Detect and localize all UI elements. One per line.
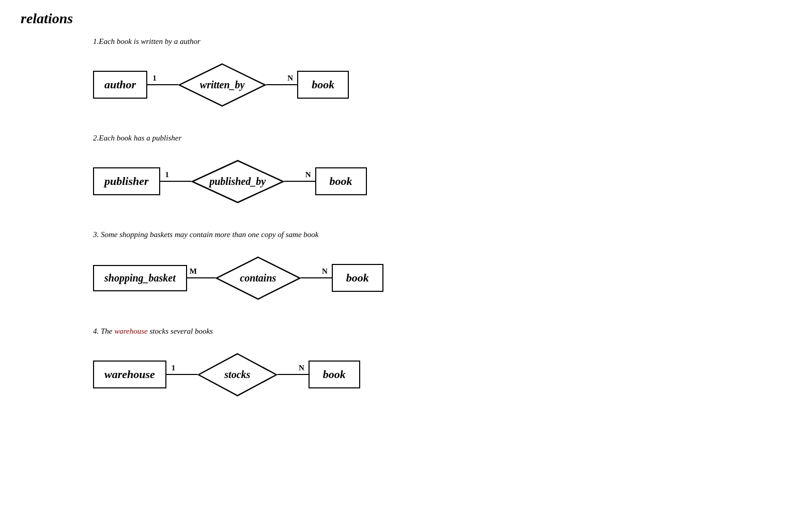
cardinality-left-4: 1 xyxy=(172,364,176,372)
er-diagram-4: warehouse 1 stocks N book xyxy=(93,346,780,403)
line-left-4: 1 xyxy=(166,374,197,375)
entity-book-4: book xyxy=(309,361,360,388)
relationship-label-3: contains xyxy=(240,272,276,284)
diamond-published-by: published_by xyxy=(191,160,284,204)
cardinality-left-2: 1 xyxy=(165,170,170,179)
line-right-4: N xyxy=(278,374,309,375)
relation-description-1: 1.Each book is written by a author xyxy=(93,37,780,46)
relation-description-2: 2.Each book has a publisher xyxy=(93,134,780,143)
cardinality-right-1: N xyxy=(287,74,293,83)
highlight-warehouse: warehouse xyxy=(114,327,147,335)
entity-shopping-basket: shopping_basket xyxy=(93,265,187,291)
relation-section-2: 2.Each book has a publisher publisher 1 … xyxy=(21,134,780,210)
entity-book-3: book xyxy=(332,264,383,292)
line-right-1: N xyxy=(266,84,297,86)
er-diagram-3: shopping_basket M contains N book xyxy=(93,249,780,306)
cardinality-right-3: N xyxy=(322,267,328,276)
er-diagram-1: author 1 written_by N book xyxy=(93,56,780,113)
cardinality-right-2: N xyxy=(305,170,311,179)
relationship-label-2: published_by xyxy=(209,176,266,187)
relation-section-1: 1.Each book is written by a author autho… xyxy=(21,37,780,113)
line-left-1: 1 xyxy=(147,84,178,86)
line-left-2: 1 xyxy=(160,181,191,182)
entity-publisher: publisher xyxy=(93,167,160,195)
entity-author: author xyxy=(93,71,147,99)
relation-section-3: 3. Some shopping baskets may contain mor… xyxy=(21,230,780,306)
entity-book-2: book xyxy=(315,167,367,195)
diamond-written-by: written_by xyxy=(178,63,266,107)
cardinality-right-4: N xyxy=(299,364,304,372)
cardinality-left-1: 1 xyxy=(152,74,157,83)
relation-description-3: 3. Some shopping baskets may contain mor… xyxy=(93,230,780,239)
cardinality-left-3: M xyxy=(190,267,197,276)
line-left-3: M xyxy=(187,277,215,279)
relation-description-4: 4. The warehouse stocks several books xyxy=(93,327,780,336)
line-right-3: N xyxy=(301,277,332,279)
relationship-label-1: written_by xyxy=(200,79,245,91)
page-title: relations xyxy=(21,10,780,27)
diamond-stocks: stocks xyxy=(197,353,278,397)
line-right-2: N xyxy=(284,181,315,182)
entity-warehouse: warehouse xyxy=(93,361,166,388)
relation-section-4: 4. The warehouse stocks several books wa… xyxy=(21,327,780,403)
relationship-label-4: stocks xyxy=(224,369,250,381)
diamond-contains: contains xyxy=(215,256,301,300)
entity-book-1: book xyxy=(297,71,349,99)
er-diagram-2: publisher 1 published_by N book xyxy=(93,153,780,210)
